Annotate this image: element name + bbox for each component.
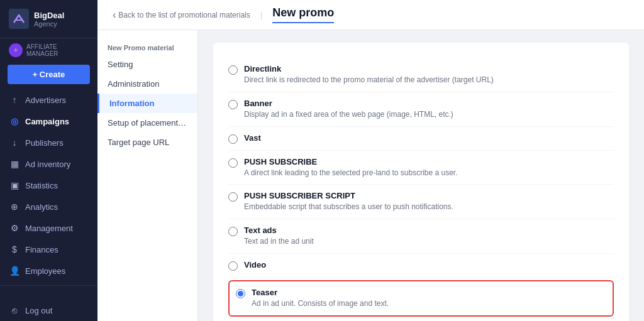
sidebar-item-ad-inventory[interactable]: ▦ Ad inventory bbox=[0, 153, 97, 175]
radio-label-directlink: Directlink bbox=[244, 64, 494, 73]
topbar-divider: | bbox=[260, 10, 262, 19]
left-nav-setup[interactable]: Setup of placement t... bbox=[97, 113, 197, 133]
sidebar-item-employees[interactable]: 👤 Employees bbox=[0, 260, 97, 281]
radio-desc-push-subscriber-script: Embeddable script that subscribes a user… bbox=[244, 202, 453, 212]
radio-option-teaser[interactable]: TeaserAd in ad unit. Consists of image a… bbox=[228, 280, 614, 317]
logout-icon: ⎋ bbox=[9, 305, 20, 315]
sidebar-item-publishers[interactable]: ↓ Publishers bbox=[0, 132, 97, 153]
left-nav-section-header: New Promo material bbox=[97, 40, 197, 55]
statistics-icon: ▣ bbox=[9, 180, 20, 190]
radio-text-ads[interactable] bbox=[228, 227, 238, 236]
radio-label-push-subscriber-script: PUSH SUBSCRIBER SCRIPT bbox=[244, 191, 453, 200]
radio-label-text-ads: Text ads bbox=[244, 226, 314, 235]
radio-push-subscriber-script[interactable] bbox=[228, 192, 238, 202]
nav-divider bbox=[0, 285, 97, 286]
page-title: New promo bbox=[272, 6, 334, 23]
sidebar-item-advertisers[interactable]: ↑ Advertisers bbox=[0, 89, 97, 111]
logo: BigDeal Agency bbox=[0, 0, 97, 38]
back-button[interactable]: ‹ Back to the list of promotional materi… bbox=[113, 9, 250, 21]
sidebar-item-analytics[interactable]: ⊕ Analytics bbox=[0, 196, 97, 217]
left-nav: New Promo material Setting Administratio… bbox=[97, 30, 198, 321]
radio-option-banner[interactable]: BannerDisplay ad in a fixed area of the … bbox=[228, 92, 614, 127]
radio-label-teaser: Teaser bbox=[252, 288, 389, 297]
analytics-icon: ⊕ bbox=[9, 202, 20, 212]
radio-desc-text-ads: Text ad in the ad unit bbox=[244, 236, 314, 247]
radio-push-subscribe[interactable] bbox=[228, 158, 238, 168]
finances-icon: $ bbox=[9, 244, 20, 254]
employees-icon: 👤 bbox=[9, 266, 20, 276]
radio-desc-banner: Display ad in a fixed area of the web pa… bbox=[244, 109, 453, 120]
left-nav-administration[interactable]: Administration bbox=[97, 74, 197, 94]
radio-teaser[interactable] bbox=[236, 289, 245, 298]
radio-vast[interactable] bbox=[228, 134, 238, 144]
management-icon: ⚙ bbox=[9, 223, 20, 233]
radio-video[interactable] bbox=[228, 261, 238, 271]
left-nav-setting[interactable]: Setting bbox=[97, 55, 197, 74]
role-icon: ✦ bbox=[9, 43, 23, 57]
back-icon: ‹ bbox=[113, 9, 116, 21]
topbar: ‹ Back to the list of promotional materi… bbox=[97, 0, 644, 30]
radio-directlink[interactable] bbox=[228, 65, 238, 75]
radio-option-directlink[interactable]: DirectlinkDirect link is redirected to t… bbox=[228, 58, 614, 92]
radio-label-vast: Vast bbox=[244, 133, 261, 143]
radio-desc-directlink: Direct link is redirected to the promo m… bbox=[244, 75, 494, 85]
create-button[interactable]: + Create bbox=[8, 65, 90, 84]
ad-inventory-icon: ▦ bbox=[9, 159, 20, 169]
campaigns-icon: ◎ bbox=[9, 116, 20, 126]
role-label: ✦ AFFILIATE MANAGER bbox=[0, 38, 97, 60]
form-area: DirectlinkDirect link is redirected to t… bbox=[198, 30, 644, 321]
radio-desc-push-subscribe: A direct link leading to the selected pr… bbox=[244, 168, 458, 178]
sidebar-item-logout[interactable]: ⎋ Log out bbox=[0, 300, 97, 321]
sidebar-item-management[interactable]: ⚙ Management bbox=[0, 217, 97, 239]
radio-label-push-subscribe: PUSH SUBSCRIBE bbox=[244, 157, 458, 166]
sidebar-item-campaigns[interactable]: ◎ Campaigns bbox=[0, 111, 97, 132]
radio-option-text-ads[interactable]: Text adsText ad in the ad unit bbox=[228, 219, 614, 254]
radio-option-vast[interactable]: Vast bbox=[228, 127, 614, 151]
radio-desc-teaser: Ad in ad unit. Consists of image and tex… bbox=[252, 298, 389, 309]
radio-option-video[interactable]: Video bbox=[228, 254, 614, 278]
main-content: ‹ Back to the list of promotional materi… bbox=[97, 0, 644, 321]
logo-icon bbox=[9, 9, 29, 29]
sidebar-item-finances[interactable]: $ Finances bbox=[0, 239, 97, 260]
radio-option-push-subscribe[interactable]: PUSH SUBSCRIBEA direct link leading to t… bbox=[228, 151, 614, 185]
content-area: New Promo material Setting Administratio… bbox=[97, 30, 644, 321]
radio-option-push-subscriber-script[interactable]: PUSH SUBSCRIBER SCRIPTEmbeddable script … bbox=[228, 185, 614, 219]
form-card: DirectlinkDirect link is redirected to t… bbox=[213, 43, 629, 321]
radio-options-container: DirectlinkDirect link is redirected to t… bbox=[228, 58, 614, 317]
logo-text: BigDeal Agency bbox=[34, 11, 64, 28]
advertisers-icon: ↑ bbox=[9, 95, 20, 105]
svg-rect-0 bbox=[9, 9, 29, 29]
sidebar: BigDeal Agency ✦ AFFILIATE MANAGER + Cre… bbox=[0, 0, 97, 321]
radio-banner[interactable] bbox=[228, 100, 238, 109]
left-nav-target-page[interactable]: Target page URL bbox=[97, 133, 197, 152]
radio-label-video: Video bbox=[244, 260, 266, 269]
left-nav-information[interactable]: Information bbox=[97, 94, 197, 113]
sidebar-item-statistics[interactable]: ▣ Statistics bbox=[0, 175, 97, 196]
main-nav: ↑ Advertisers ◎ Campaigns ↓ Publishers ▦… bbox=[0, 89, 97, 281]
radio-label-banner: Banner bbox=[244, 99, 453, 108]
publishers-icon: ↓ bbox=[9, 138, 20, 148]
